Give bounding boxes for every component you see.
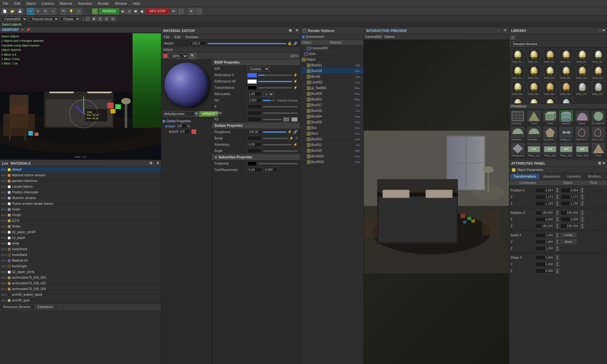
weight-input[interactable] (190, 41, 206, 46)
mat-search-btn[interactable]: 🔍 (195, 112, 199, 117)
angle-input[interactable] (247, 149, 262, 153)
menu-camera[interactable]: Camera (40, 1, 56, 6)
pos-y-piv-down[interactable]: ▼ (580, 197, 584, 200)
material-item-7[interactable]: M S Suelo (0, 207, 161, 212)
transmittance-swatch[interactable] (247, 86, 257, 90)
lib-prim-item-15[interactable]: 4x4 Plane_4x4 (558, 142, 574, 158)
lib-lamp-item-10[interactable]: 225 W lamp_hal... (574, 64, 590, 80)
attr-close[interactable]: ✕ (602, 161, 605, 165)
lib-prim-item-14[interactable]: 2x2 Plane_2x2 (542, 142, 558, 158)
reflectance-90-slider[interactable] (258, 81, 292, 82)
lib-prim-item-3[interactable]: Cylinder (558, 110, 574, 126)
render-settings[interactable]: ⚙ (170, 8, 177, 15)
tab-transformations[interactable]: Transformations (511, 174, 539, 179)
render-small-btn[interactable]: C (92, 9, 98, 14)
rot-x-piv-input[interactable] (561, 210, 579, 215)
display-select[interactable]: Display (60, 16, 80, 21)
lib-prim-item-20[interactable]: Rocket (542, 158, 558, 160)
transmittance-icon[interactable]: ⚡ (293, 86, 298, 90)
lib-prim-item-12[interactable]: Octahedron (510, 142, 526, 158)
obj-item-7[interactable]: gl_Text001 Plas... (300, 85, 363, 91)
material-item-23[interactable]: M S arch49_gum (0, 298, 161, 303)
tab-modifiers[interactable]: Modifiers (585, 174, 604, 179)
material-item-22[interactable]: M S arch49_leather_black (0, 292, 161, 298)
scale-x-up[interactable]: ▲ (555, 232, 559, 235)
lib-lamp-item-16[interactable]: lamp_me... (574, 80, 590, 96)
k-input[interactable] (247, 104, 262, 109)
r2-slider[interactable] (263, 119, 282, 120)
material-item-20[interactable]: M S archmodels76_036_002 (0, 281, 161, 286)
view-mode-select[interactable]: Textured decal (29, 16, 59, 21)
viewport-pin[interactable]: 📌 (26, 28, 30, 32)
lib-lamp-item-18[interactable]: lamp_inc... (510, 96, 526, 103)
lib-lamp-item-0[interactable]: 63 W lamp_flu... (510, 48, 526, 64)
menu-object[interactable]: Object (24, 1, 38, 6)
rot-z-piv-down[interactable]: ▼ (580, 226, 584, 229)
rot-y-piv-down[interactable]: ▼ (580, 219, 584, 222)
bsdf-color[interactable] (192, 130, 196, 134)
obj-item-20[interactable]: Box5033 Mat... (300, 159, 363, 165)
shear-z-down[interactable]: ▼ (555, 271, 559, 274)
roughness-slider[interactable] (263, 131, 286, 133)
menu-selection[interactable]: Selection (76, 1, 94, 6)
mat-name-input[interactable] (163, 111, 194, 117)
mesh-tool[interactable]: ⬡ (75, 8, 82, 15)
lib-prim-item-8[interactable]: Icosahedy... (542, 126, 558, 142)
rotate-tool[interactable]: ↻ (42, 8, 49, 15)
menu-window[interactable]: Window (113, 1, 129, 6)
material-item-4[interactable]: M S Plastico interruptor (0, 190, 161, 195)
lib-lamp-item-15[interactable]: 575 W lamp_hal... (558, 80, 574, 96)
rot-y-piv-up[interactable]: ▲ (580, 216, 584, 219)
material-item-19[interactable]: M S archmodels76_036_003 (0, 275, 161, 281)
roughness-input[interactable] (247, 130, 262, 134)
material-item-16[interactable]: M S Material #5 (0, 258, 161, 264)
rot-z-piv-input[interactable] (561, 224, 579, 228)
scattering-swatch[interactable] (247, 161, 257, 166)
bsdf-value[interactable] (179, 129, 190, 134)
ior-select[interactable]: Custom Glass Diamond (247, 66, 269, 71)
material-item-6[interactable]: M S Puerta armario lacado blanco (0, 201, 161, 207)
pos-x-down[interactable]: ▼ (555, 190, 559, 193)
r2-swatch[interactable] (283, 117, 289, 122)
lib-lamp-item-1[interactable]: 100 W lamp_flu... (526, 48, 542, 64)
shear-y-down[interactable]: ▼ (555, 264, 559, 267)
obj-item-16[interactable]: Box010 Mat... (300, 136, 363, 142)
preview-options-label[interactable]: Options (384, 35, 395, 39)
pos-z-down[interactable]: ▼ (555, 203, 559, 206)
lib-minimize[interactable]: ─ (598, 28, 601, 33)
obj-item-6[interactable]: Line001 Lac... (300, 80, 363, 85)
menu-material[interactable]: Material (58, 1, 74, 6)
expand-btn[interactable]: ⛶ (195, 8, 202, 15)
lib-lamp-item-19[interactable]: lamp_inc... (526, 96, 542, 103)
lib-prim-item-7[interactable]: Hemisphe... (526, 126, 542, 142)
pos-z-piv-input[interactable] (561, 201, 579, 206)
scale-z-down[interactable]: ▼ (555, 248, 559, 251)
nd-slider[interactable] (263, 100, 275, 101)
lib-lamp-item-3[interactable]: 49 W lamp_flu... (558, 48, 574, 64)
angle-slider[interactable] (263, 150, 298, 152)
pos-y-piv-input[interactable] (561, 195, 579, 199)
obj-item-11[interactable]: Box016 Alu... (300, 108, 363, 114)
rot-x-up[interactable]: ▲ (555, 210, 559, 213)
scale-y-down[interactable]: ▼ (555, 242, 559, 245)
lib-prim-item-9[interactable]: Infinity_C... (558, 126, 574, 142)
scattering-slider[interactable] (258, 163, 298, 164)
rot-z-obj-input[interactable] (536, 224, 554, 228)
material-item-21[interactable]: M S archmodels76_036_004 (0, 286, 161, 292)
viewport-close[interactable]: ✕ (21, 28, 24, 32)
material-item-8[interactable]: M S Fondo (0, 212, 161, 218)
lib-prim-item-5[interactable]: GeoSphere (590, 110, 606, 126)
pos-y-obj-input[interactable] (536, 195, 554, 199)
lib-lamp-item-6[interactable]: 33 W lamp_flu... (510, 64, 526, 80)
render-button[interactable]: RENDER (99, 8, 119, 14)
lib-prim-item-16[interactable]: 8x8 Plane_8x8 (574, 142, 590, 158)
shear-y-obj-input[interactable] (536, 262, 554, 267)
preview-minimize[interactable]: ─ (497, 29, 500, 33)
light-tool[interactable]: 💡 (68, 8, 75, 15)
pos-y-down[interactable]: ▼ (555, 197, 559, 200)
attenuation-unit[interactable]: nm mm cm (263, 92, 274, 97)
pos-x-up[interactable]: ▲ (555, 187, 559, 190)
lib-close[interactable]: ✕ (602, 28, 605, 33)
roughness-icon2[interactable]: 🔗 (293, 130, 298, 134)
lib-tab-standard[interactable]: Standard libraries (511, 41, 540, 47)
